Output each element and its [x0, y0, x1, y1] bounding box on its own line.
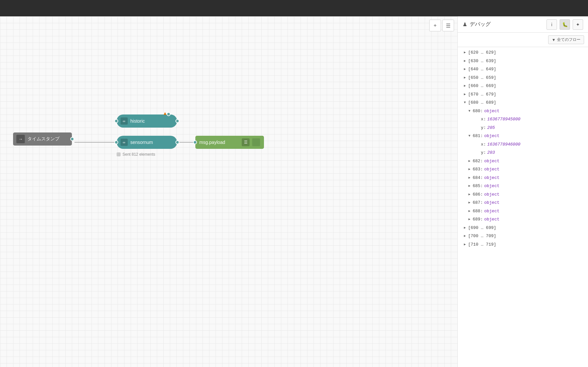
- range-710-label: [710 … 719]: [468, 241, 496, 248]
- range-690-699[interactable]: [690 … 699]: [458, 224, 588, 232]
- item-681-y-value: 203: [487, 149, 495, 156]
- top-bar: [0, 0, 588, 16]
- range-650-659[interactable]: [650 … 659]: [458, 74, 588, 82]
- item-684[interactable]: 684: object: [458, 174, 588, 182]
- msgpayload-output-port: [252, 138, 260, 146]
- historic-top-port: [167, 112, 171, 116]
- item-686[interactable]: 686: object: [458, 190, 588, 199]
- filter-label: 全てのフロー: [557, 37, 580, 43]
- timestamp-node[interactable]: → タイムスタンプ: [13, 132, 72, 146]
- range-620-arrow: [463, 50, 467, 55]
- item-682-type: object: [484, 158, 499, 165]
- item-684-arrow: [467, 175, 471, 180]
- item-681-x[interactable]: x: 1636778946000: [458, 140, 588, 149]
- item-681-type: object: [484, 133, 499, 139]
- item-688-type: object: [484, 208, 499, 215]
- item-687-type: object: [484, 200, 499, 206]
- range-700-709[interactable]: [700 … 709]: [458, 232, 588, 240]
- range-650-label: [650 … 659]: [468, 75, 496, 81]
- item-680-x[interactable]: x: 1636778945000: [458, 115, 588, 124]
- item-680-type: object: [484, 108, 499, 114]
- item-682-arrow: [467, 159, 471, 164]
- item-687[interactable]: 687: object: [458, 199, 588, 207]
- range-700-label: [700 … 709]: [468, 233, 496, 239]
- debug-info-button[interactable]: i: [547, 19, 557, 30]
- msgpayload-input-port: [193, 140, 197, 144]
- sent-dot: [117, 152, 121, 156]
- item-681-x-key: x:: [481, 141, 486, 148]
- item-689-arrow: [467, 217, 471, 222]
- sensornum-node[interactable]: ∞ sensornum: [117, 136, 177, 149]
- range-670-arrow: [463, 92, 467, 97]
- flow-canvas[interactable]: + ☰ → タイムスタンプ ▲ ∞ historic: [0, 16, 457, 367]
- sensornum-output-port: [175, 140, 179, 144]
- item-683-type: object: [484, 166, 499, 173]
- item-688-key: 688:: [473, 208, 483, 215]
- item-680-x-key: x:: [481, 116, 486, 123]
- msgpayload-node[interactable]: msg.payload ☰: [195, 136, 264, 149]
- item-681[interactable]: 681: object: [458, 132, 588, 140]
- sensornum-node-label: sensornum: [130, 140, 153, 145]
- debug-panel: ♟ デバッグ i 🐛 ✦ ▼ 全てのフロー [620 … 629] [630 ……: [457, 16, 588, 367]
- range-620-629[interactable]: [620 … 629]: [458, 48, 588, 57]
- range-710-719[interactable]: [710 … 719]: [458, 240, 588, 249]
- range-690-arrow: [463, 225, 467, 230]
- item-681-y-key: y:: [481, 149, 486, 156]
- msgpayload-label: msg.payload: [199, 140, 225, 145]
- item-681-key: 681:: [473, 133, 483, 139]
- range-670-label: [670 … 679]: [468, 91, 496, 98]
- range-660-label: [660 … 669]: [468, 83, 496, 89]
- historic-loop-icon: ∞: [121, 117, 128, 125]
- item-686-arrow: [467, 192, 471, 197]
- debug-tree[interactable]: [620 … 629] [630 … 639] [640 … 649] [650…: [458, 47, 588, 367]
- range-680-label: [680 … 689]: [468, 99, 496, 106]
- item-682-key: 682:: [473, 158, 483, 165]
- timestamp-node-icon: →: [16, 135, 25, 143]
- node-connections: [0, 16, 457, 367]
- item-684-type: object: [484, 175, 499, 181]
- node-list-button[interactable]: ☰: [442, 20, 454, 31]
- item-689[interactable]: 689: object: [458, 215, 588, 224]
- sensornum-input-port: [114, 140, 118, 144]
- canvas-toolbar: + ☰: [429, 20, 454, 31]
- range-630-label: [630 … 639]: [468, 58, 496, 64]
- filter-all-flows-button[interactable]: ▼ 全てのフロー: [548, 35, 584, 44]
- item-687-key: 687:: [473, 200, 483, 206]
- add-node-button[interactable]: +: [429, 20, 441, 31]
- item-688[interactable]: 688: object: [458, 207, 588, 216]
- debug-bug-button[interactable]: 🐛: [560, 19, 570, 30]
- item-683[interactable]: 683: object: [458, 165, 588, 174]
- range-690-label: [690 … 699]: [468, 225, 496, 231]
- item-682[interactable]: 682: object: [458, 157, 588, 166]
- range-620-label: [620 … 629]: [468, 49, 496, 56]
- range-640-649[interactable]: [640 … 649]: [458, 65, 588, 74]
- range-630-arrow: [463, 59, 467, 63]
- timestamp-node-label: タイムスタンプ: [27, 136, 59, 142]
- debug-panel-title: デバッグ: [470, 21, 544, 28]
- item-683-key: 683:: [473, 166, 483, 173]
- item-685[interactable]: 685: object: [458, 182, 588, 190]
- historic-node[interactable]: ▲ ∞ historic: [117, 114, 177, 128]
- item-689-key: 689:: [473, 216, 483, 223]
- range-680-arrow: [463, 100, 467, 105]
- item-680[interactable]: 680: object: [458, 107, 588, 115]
- item-685-key: 685:: [473, 183, 483, 189]
- filter-icon: ▼: [552, 38, 556, 42]
- item-681-x-value: 1636778946000: [487, 141, 520, 148]
- msgpayload-menu-btn[interactable]: ☰: [242, 138, 250, 146]
- item-684-key: 684:: [473, 175, 483, 181]
- range-640-label: [640 … 649]: [468, 66, 496, 73]
- item-680-y[interactable]: y: 205: [458, 124, 588, 132]
- item-681-y[interactable]: y: 203: [458, 149, 588, 157]
- item-685-type: object: [484, 183, 499, 189]
- item-680-x-value: 1636778945000: [487, 116, 520, 123]
- timestamp-output-port: [70, 137, 74, 141]
- range-680-689[interactable]: [680 … 689]: [458, 98, 588, 107]
- range-660-669[interactable]: [660 … 669]: [458, 82, 588, 90]
- item-689-type: object: [484, 216, 499, 223]
- item-683-arrow: [467, 167, 471, 172]
- range-630-639[interactable]: [630 … 639]: [458, 57, 588, 65]
- range-670-679[interactable]: [670 … 679]: [458, 90, 588, 99]
- debug-extra-button[interactable]: ✦: [573, 19, 583, 30]
- sensornum-loop-icon: ∞: [121, 139, 128, 146]
